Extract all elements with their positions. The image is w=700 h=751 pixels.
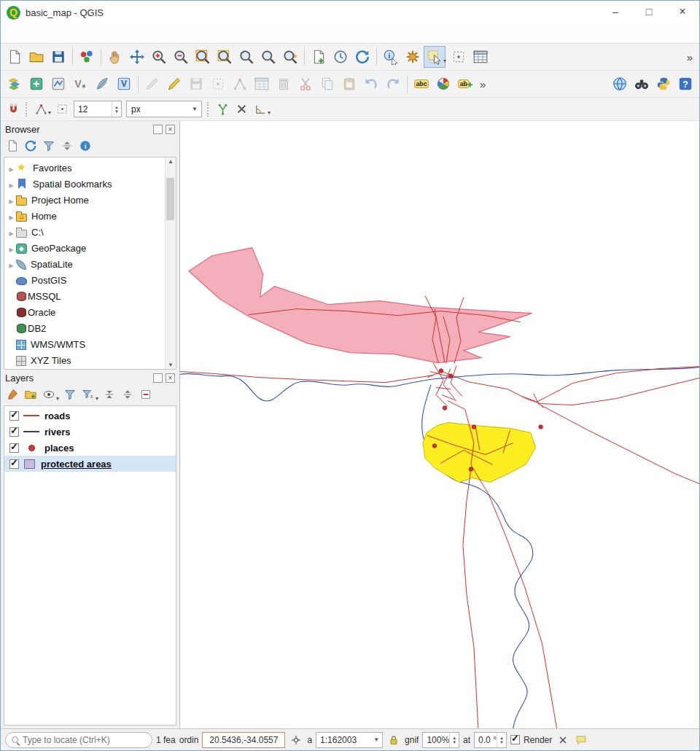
pan-to-selection-button[interactable] [126,46,148,68]
delete-selected-button[interactable] [273,73,295,95]
spin-arrows-icon[interactable]: ▲▼ [112,101,121,117]
new-project-button[interactable] [4,46,26,68]
layer-item[interactable]: protected areas [4,456,176,472]
osm-place-search-button[interactable] [631,73,653,95]
zoom-last-button[interactable] [257,46,279,68]
new-map-view-button[interactable] [308,46,330,68]
menu-item[interactable] [7,31,18,36]
menu-item[interactable] [77,31,88,36]
open-layer-styling-button[interactable] [4,386,21,403]
browser-float-button[interactable] [153,125,163,134]
tracing-dropdown-icon[interactable]: ▾ [268,109,271,116]
menu-item[interactable] [18,31,30,36]
browser-item[interactable]: SpatiaLite [4,256,165,272]
magnifier-spinbox[interactable]: 100% ▲▼ [422,732,459,748]
browser-scrollbar[interactable]: ▲ ▼ [165,157,176,369]
layer-labeling-button[interactable] [411,73,432,95]
layers-close-button[interactable]: × [166,373,175,383]
new-virtual-layer-button[interactable] [113,73,135,95]
browser-item[interactable]: Home [4,208,165,224]
rotation-spinbox[interactable]: 0.0 ° ▲▼ [474,732,507,748]
add-feature-button[interactable] [207,73,229,95]
layer-item[interactable]: places [4,440,176,456]
menu-item[interactable] [123,31,135,36]
refresh-browser-button[interactable] [22,137,39,155]
zoom-full-button[interactable] [192,46,214,68]
close-button[interactable]: × [666,1,699,24]
toolbar-overflow-icon[interactable]: » [476,78,489,90]
browser-item[interactable]: PostGIS [4,272,165,288]
pan-map-button[interactable] [104,46,126,68]
save-layer-edits-button[interactable] [185,73,207,95]
layer-visibility-checkbox[interactable] [9,427,19,437]
expander-icon[interactable] [7,241,16,254]
open-project-button[interactable] [26,46,47,68]
expander-icon[interactable] [7,257,16,271]
maximize-button[interactable]: □ [632,1,666,24]
add-group-button[interactable] [22,386,39,403]
temporal-controller-button[interactable] [330,46,351,68]
browser-item[interactable]: MSSQL [4,288,165,304]
python-console-button[interactable] [653,73,674,95]
locate-search-box[interactable] [5,732,152,748]
layers-float-button[interactable] [153,373,163,383]
current-edits-button[interactable] [163,73,185,95]
style-manager-button[interactable] [76,46,98,68]
paste-features-button[interactable] [338,73,360,95]
refresh-map-button[interactable] [351,46,373,68]
collapse-all-button[interactable] [58,137,76,155]
zoom-to-layer-button[interactable] [236,46,257,68]
extents-icon[interactable] [289,733,303,747]
topological-editing-button[interactable] [213,100,232,119]
collapse-all-layers-button[interactable] [119,386,136,403]
layer-visibility-checkbox[interactable] [9,411,19,421]
filter-legend-button[interactable] [61,386,79,403]
labeling-options-button[interactable] [454,73,476,95]
stop-rendering-icon[interactable] [556,733,570,747]
expand-all-layers-button[interactable] [101,386,118,403]
render-checkbox[interactable] [510,735,520,744]
spin-arrows-icon[interactable]: ▲▼ [449,733,459,747]
browser-item[interactable]: Spatial Bookmarks [4,176,165,192]
minimize-button[interactable]: – [599,1,632,24]
zoom-to-selection-button[interactable] [214,46,236,68]
expander-icon[interactable] [7,161,16,174]
menu-item[interactable] [88,31,100,36]
menu-item[interactable] [135,31,147,36]
expander-icon[interactable] [7,225,16,238]
zoom-out-button[interactable] [170,46,192,68]
menu-item[interactable] [65,31,77,36]
menu-item[interactable] [42,31,53,36]
new-shapefile-layer-button[interactable] [47,73,69,95]
layer-visibility-checkbox[interactable] [9,443,19,453]
coordinate-field[interactable]: 20.5436,-34.0557 [202,732,285,748]
scrollbar-thumb[interactable] [166,178,174,220]
lock-scale-icon[interactable] [386,733,401,747]
expander-icon[interactable] [7,193,16,206]
modify-attributes-button[interactable] [251,73,273,95]
render-checkbox-wrap[interactable]: Render [510,735,552,745]
data-source-manager-button[interactable] [4,73,26,95]
browser-item[interactable]: DB2 [4,320,165,336]
snapping-tolerance-spinbox[interactable]: 12 ▲▼ [74,101,122,117]
expander-icon[interactable] [7,177,16,190]
vertex-tool-button[interactable] [229,73,251,95]
browser-item[interactable]: WMS/WMTS [4,336,165,352]
browser-item[interactable]: Oracle [4,304,165,320]
dropdown-icon[interactable]: ▼ [188,106,201,112]
filter-browser-button[interactable] [40,137,58,155]
scale-combo[interactable]: 1:162003 ▼ [316,732,383,748]
toolbar-overflow-icon[interactable]: » [683,51,696,63]
browser-item[interactable]: Favorites [4,160,165,176]
browser-item[interactable]: GeoPackage [4,240,165,256]
new-spatialite-layer-button[interactable] [91,73,113,95]
zoom-next-button[interactable] [279,46,301,68]
identify-features-button[interactable] [380,46,402,68]
menu-item[interactable] [53,31,65,36]
save-project-button[interactable] [47,46,69,68]
help-button[interactable] [674,73,696,95]
deselect-features-button[interactable] [448,46,470,68]
browser-item[interactable]: C:\ [4,224,165,240]
run-feature-action-button[interactable] [402,46,424,68]
undo-button[interactable] [360,73,382,95]
